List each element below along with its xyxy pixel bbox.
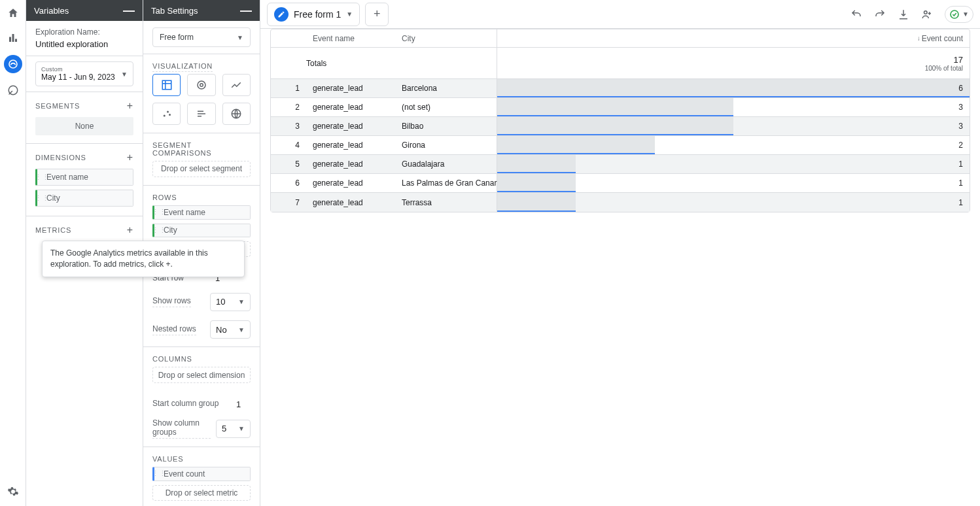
th-event-name[interactable]: Event name: [306, 29, 395, 47]
show-rows-select[interactable]: 10▼: [210, 293, 251, 311]
undo-icon[interactable]: [850, 8, 862, 20]
metrics-tooltip: The Google Analytics metrics available i…: [42, 241, 245, 277]
tab-dropdown-icon[interactable]: ▼: [346, 10, 353, 18]
add-dimension-icon[interactable]: +: [127, 152, 133, 163]
start-col-value[interactable]: 1: [231, 395, 251, 413]
td-index: 6: [271, 174, 306, 192]
segments-label: SEGMENTS: [35, 102, 80, 110]
viz-geo-icon[interactable]: [222, 103, 251, 125]
dimension-chip-city[interactable]: ⋮⋮ City: [35, 190, 133, 207]
segments-none[interactable]: None: [35, 117, 133, 135]
td-city: (not set): [395, 98, 497, 116]
tab-strip: Free form 1 ▼ + ▼: [260, 0, 980, 29]
row-chip-city[interactable]: ⋮⋮City: [152, 224, 251, 237]
technique-select[interactable]: Free form ▼: [152, 27, 251, 47]
start-col-label: Start column group: [152, 399, 219, 409]
download-icon[interactable]: [898, 8, 909, 20]
td-metric: 6: [497, 79, 970, 97]
th-city[interactable]: City: [395, 29, 497, 47]
viz-table-icon[interactable]: [152, 74, 181, 96]
segment-dropzone[interactable]: Drop or select segment: [152, 161, 251, 177]
svg-point-11: [167, 111, 169, 113]
metric-bar: [497, 174, 576, 192]
show-rows-value: 10: [216, 297, 225, 307]
redo-icon[interactable]: [874, 8, 886, 20]
td-index: 3: [271, 117, 306, 135]
exploration-name-block[interactable]: Exploration Name: Untitled exploration: [26, 21, 143, 56]
segments-section-head: SEGMENTS +: [26, 92, 143, 117]
td-city: Las Palmas de Gran Canaria: [395, 174, 497, 192]
td-city: Terrassa: [395, 193, 497, 212]
chip-label: Event name: [164, 208, 205, 217]
variables-title: Variables: [34, 6, 69, 16]
td-city: Guadalajara: [395, 155, 497, 173]
table-row[interactable]: 5generate_leadGuadalajara1: [271, 155, 970, 174]
table-row[interactable]: 1generate_leadBarcelona6: [271, 79, 970, 98]
show-cols-select[interactable]: 5▼: [216, 420, 251, 438]
variables-header: Variables —: [26, 0, 143, 21]
totals-value: 17: [915, 55, 963, 65]
viz-donut-icon[interactable]: [187, 74, 215, 96]
edit-icon: [274, 7, 289, 22]
add-metric-icon[interactable]: +: [127, 224, 133, 236]
td-metric: 3: [497, 98, 970, 116]
td-event: generate_lead: [306, 193, 395, 212]
chip-label: Event name: [46, 173, 88, 182]
table-row[interactable]: 3generate_leadBilbao3: [271, 117, 970, 136]
column-dimension-dropzone[interactable]: Drop or select dimension: [152, 367, 251, 383]
exploration-name: Untitled exploration: [35, 39, 133, 49]
status-pill[interactable]: ▼: [945, 6, 973, 23]
nested-rows-label: Nested rows: [152, 324, 196, 335]
nested-rows-select[interactable]: No▼: [210, 320, 251, 339]
table-row[interactable]: 2generate_lead(not set)3: [271, 98, 970, 117]
metrics-section-head: METRICS +: [26, 216, 143, 241]
tab-settings-header: Tab Settings —: [143, 0, 260, 21]
show-cols-label: Show column groups: [152, 418, 211, 439]
td-index: 5: [271, 155, 306, 173]
td-event: generate_lead: [306, 117, 395, 135]
nested-rows-value: No: [216, 325, 227, 335]
td-metric: 1: [497, 193, 970, 212]
dropdown-arrow-icon: ▼: [238, 298, 245, 305]
metric-value: 1: [921, 174, 970, 192]
metric-value: 3: [921, 117, 970, 135]
totals-pct: 100% of total: [915, 65, 963, 72]
advertising-icon[interactable]: [5, 82, 21, 98]
exploration-name-label: Exploration Name:: [35, 27, 133, 37]
value-metric-dropzone[interactable]: Drop or select metric: [152, 485, 251, 501]
add-segment-icon[interactable]: +: [127, 100, 133, 112]
tab-free-form-1[interactable]: Free form 1 ▼: [267, 3, 360, 26]
rows-label: ROWS: [143, 186, 260, 205]
add-tab-button[interactable]: +: [365, 3, 389, 26]
admin-gear-icon[interactable]: [5, 484, 21, 499]
date-range-picker[interactable]: Custom May 11 - Jun 9, 2023 ▼: [35, 61, 133, 86]
table-row[interactable]: 7generate_leadTerrassa1: [271, 193, 970, 212]
td-event: generate_lead: [306, 136, 395, 154]
home-icon[interactable]: [5, 5, 21, 21]
td-city: Bilbao: [395, 117, 497, 135]
dropdown-arrow-icon: ▼: [121, 71, 128, 78]
table-row[interactable]: 6generate_leadLas Palmas de Gran Canaria…: [271, 174, 970, 193]
dropdown-arrow-icon: ▼: [962, 10, 969, 18]
drag-handle-icon: ⋮⋮: [37, 173, 46, 182]
viz-line-icon[interactable]: [222, 74, 251, 96]
dimension-chip-event-name[interactable]: ⋮⋮ Event name: [35, 169, 133, 186]
dropdown-arrow-icon: ▼: [238, 326, 245, 333]
td-city: Barcelona: [395, 79, 497, 97]
explore-icon[interactable]: [4, 55, 22, 73]
th-event-count[interactable]: ↓Event count: [497, 29, 970, 47]
share-icon[interactable]: [921, 8, 933, 20]
row-chip-event-name[interactable]: ⋮⋮Event name: [152, 205, 251, 219]
viz-scatter-icon[interactable]: [152, 103, 181, 125]
sort-desc-icon: ↓: [917, 35, 920, 42]
svg-point-12: [169, 114, 171, 116]
reports-icon[interactable]: [5, 30, 21, 46]
td-event: generate_lead: [306, 174, 395, 192]
metric-bar: [497, 79, 970, 97]
toolbar: ▼: [850, 6, 973, 23]
value-chip-event-count[interactable]: ⋮⋮Event count: [152, 467, 251, 481]
table-row[interactable]: 4generate_leadGirona2: [271, 136, 970, 155]
viz-bar-icon[interactable]: [187, 103, 215, 125]
tab-settings-title: Tab Settings: [151, 6, 198, 16]
date-preset-label: Custom: [41, 66, 115, 73]
